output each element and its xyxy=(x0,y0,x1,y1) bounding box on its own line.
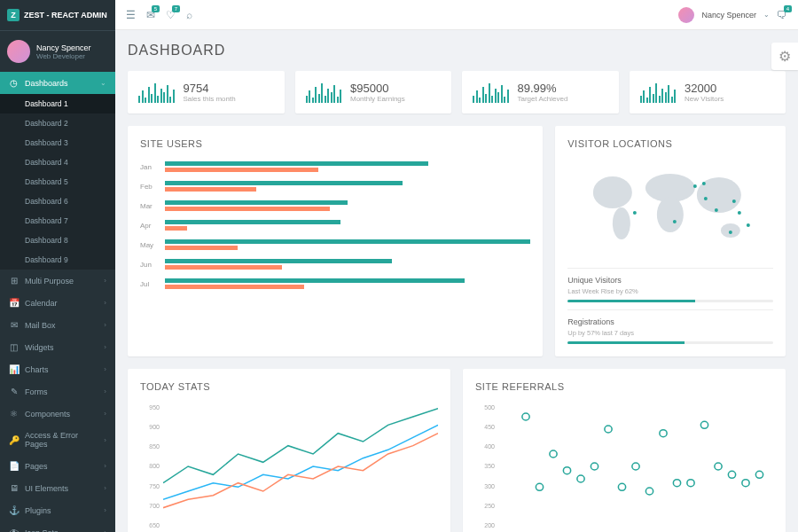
bar-row: Jun xyxy=(140,259,530,270)
nav-icon: 📊 xyxy=(9,364,19,374)
svg-point-18 xyxy=(550,450,557,458)
chevron-right-icon: › xyxy=(104,462,106,470)
nav-item[interactable]: 📄Pages› xyxy=(0,455,115,477)
site-referrals-card: SITE REFERRALS 500450400350300250200 xyxy=(463,369,786,532)
today-stats-card: TODAY STATS 950900850800750700650 xyxy=(128,369,450,532)
sparkline xyxy=(640,82,677,103)
svg-point-22 xyxy=(605,426,612,433)
nav-item[interactable]: 👁Icon Sets› xyxy=(0,521,115,532)
svg-point-23 xyxy=(618,483,625,490)
visitor-locations-card: VISITOR LOCATIONS Unique VisitorsLast We… xyxy=(555,126,786,356)
sidebar-sub-item[interactable]: Dashboard 1 xyxy=(0,94,115,113)
sidebar-sub-item[interactable]: Dashboard 6 xyxy=(0,192,115,211)
nav-item[interactable]: ⊞Multi Purpose› xyxy=(0,270,115,292)
main: ☰ ✉5 ♡7 ⌕ Nancy Spencer ⌄ 🗨4 ⚙ DASHBOARD… xyxy=(115,0,798,532)
nav-icon: 📅 xyxy=(9,298,19,308)
chevron-right-icon: › xyxy=(104,436,106,444)
svg-point-9 xyxy=(702,182,706,185)
brand: Z ZEST - REACT ADMIN xyxy=(0,0,115,31)
nav-item[interactable]: 📊Charts› xyxy=(0,358,115,380)
metric: Unique VisitorsLast Week Rise by 62% xyxy=(567,268,773,302)
nav-icon: ⚛ xyxy=(9,409,19,419)
svg-point-1 xyxy=(613,207,630,239)
bell-icon[interactable]: ♡7 xyxy=(166,9,176,21)
svg-point-11 xyxy=(715,208,718,212)
sparkline xyxy=(138,82,175,103)
chevron-right-icon: › xyxy=(104,410,106,418)
menu-icon[interactable]: ☰ xyxy=(126,9,136,21)
nav-dashboards[interactable]: ◷ Dashboards ⌄ xyxy=(0,72,115,94)
profile-role: Web Developer xyxy=(36,52,91,60)
topbar: ☰ ✉5 ♡7 ⌕ Nancy Spencer ⌄ 🗨4 xyxy=(115,0,798,30)
chevron-right-icon: › xyxy=(104,299,106,307)
bar-row: Feb xyxy=(140,181,530,192)
sidebar-sub-item[interactable]: Dashboard 4 xyxy=(0,153,115,172)
stat-card: 89.99%Target Achieved xyxy=(462,71,619,113)
svg-point-28 xyxy=(687,480,694,487)
mail-icon[interactable]: ✉5 xyxy=(146,9,155,21)
site-users-card: SITE USERS JanFebMarAprMayJunJul xyxy=(128,126,543,356)
site-referrals-chart: 500450400350300250200 xyxy=(475,404,773,528)
bar-row: Jan xyxy=(140,161,530,172)
nav-item[interactable]: 🖥UI Elements› xyxy=(0,477,115,499)
search-icon[interactable]: ⌕ xyxy=(186,9,192,21)
nav-item[interactable]: 🔑Access & Error Pages› xyxy=(0,425,115,455)
settings-button[interactable]: ⚙ xyxy=(771,43,798,70)
nav-item[interactable]: ⚛Components› xyxy=(0,403,115,425)
sidebar-profile[interactable]: Nancy Spencer Web Developer xyxy=(0,31,115,72)
avatar xyxy=(7,40,30,63)
sidebar-sub-item[interactable]: Dashboard 8 xyxy=(0,231,115,250)
metric: RegistrationsUp by 57% last 7 days xyxy=(567,309,773,344)
chevron-down-icon[interactable]: ⌄ xyxy=(763,11,770,19)
nav-icon: 🖥 xyxy=(9,483,19,493)
svg-point-26 xyxy=(660,430,667,437)
svg-point-19 xyxy=(563,467,570,474)
sidebar-sub-item[interactable]: Dashboard 7 xyxy=(0,211,115,231)
svg-point-13 xyxy=(738,211,741,215)
nav-item[interactable]: ⚓Plugins› xyxy=(0,499,115,521)
topbar-username[interactable]: Nancy Spencer xyxy=(701,11,756,20)
bar-row: Mar xyxy=(140,200,530,211)
nav-icon: ◫ xyxy=(9,342,19,352)
page-title: DASHBOARD xyxy=(128,43,786,59)
sidebar-sub-item[interactable]: Dashboard 5 xyxy=(0,172,115,192)
chevron-right-icon: › xyxy=(104,365,106,373)
nav-item[interactable]: 📅Calendar› xyxy=(0,292,115,314)
stat-card: 32000New Visitors xyxy=(630,71,786,113)
svg-point-8 xyxy=(693,184,697,188)
nav-item[interactable]: ✉Mail Box› xyxy=(0,314,115,336)
bar-row: Jul xyxy=(140,278,530,289)
svg-point-31 xyxy=(728,471,735,478)
sparkline xyxy=(473,82,509,103)
site-users-chart: JanFebMarAprMayJunJul xyxy=(140,161,530,289)
svg-point-30 xyxy=(715,463,722,470)
svg-point-20 xyxy=(577,475,584,482)
nav-icon: ✉ xyxy=(9,320,19,330)
brand-text: ZEST - REACT ADMIN xyxy=(24,11,107,20)
nav-icon: 🔑 xyxy=(9,435,19,445)
svg-point-7 xyxy=(673,220,677,223)
nav-icon: 📄 xyxy=(9,461,19,471)
stats-row: 9754Sales this month$95000Monthly Earnin… xyxy=(128,71,786,113)
topbar-avatar[interactable] xyxy=(678,7,694,23)
svg-point-14 xyxy=(729,231,732,234)
gear-icon: ⚙ xyxy=(778,49,791,64)
svg-point-24 xyxy=(632,463,639,470)
stat-card: 9754Sales this month xyxy=(128,71,285,113)
today-stats-chart: 950900850800750700650 xyxy=(140,404,438,528)
chevron-right-icon: › xyxy=(104,506,106,514)
nav-item[interactable]: ◫Widgets› xyxy=(0,336,115,358)
svg-point-16 xyxy=(522,413,529,420)
sparkline xyxy=(306,82,342,103)
sidebar-sub-item[interactable]: Dashboard 3 xyxy=(0,133,115,153)
bar-row: Apr xyxy=(140,220,530,231)
stat-card: $95000Monthly Earnings xyxy=(295,71,452,113)
sidebar-sub-item[interactable]: Dashboard 2 xyxy=(0,113,115,133)
sidebar: Z ZEST - REACT ADMIN Nancy Spencer Web D… xyxy=(0,0,115,532)
chat-icon[interactable]: 🗨4 xyxy=(777,9,787,21)
svg-point-3 xyxy=(657,197,684,232)
world-map xyxy=(567,161,773,259)
nav-item[interactable]: ✎Forms› xyxy=(0,380,115,403)
sidebar-sub-item[interactable]: Dashboard 9 xyxy=(0,250,115,270)
nav-icon: ✎ xyxy=(9,387,19,396)
